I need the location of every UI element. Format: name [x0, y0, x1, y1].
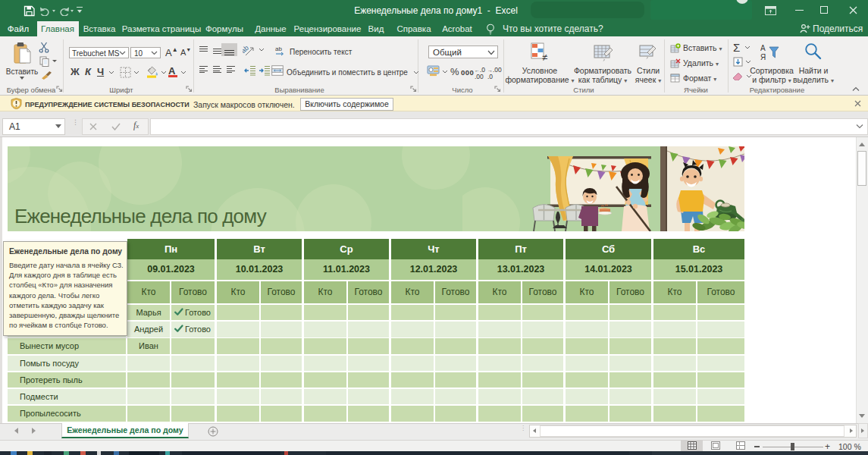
svg-text:Я: Я — [760, 53, 766, 61]
svg-text:А: А — [760, 44, 766, 52]
svg-text:≠: ≠ — [542, 52, 547, 62]
svg-text:ab: ab — [275, 46, 282, 52]
svg-text:ab: ab — [243, 44, 250, 55]
